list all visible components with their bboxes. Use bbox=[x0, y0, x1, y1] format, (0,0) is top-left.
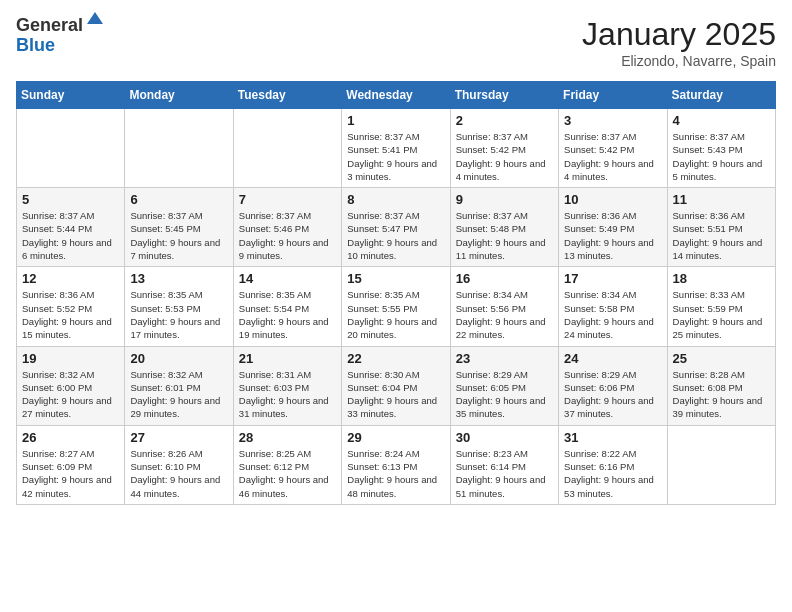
calendar-cell: 12Sunrise: 8:36 AM Sunset: 5:52 PM Dayli… bbox=[17, 267, 125, 346]
calendar-cell: 13Sunrise: 8:35 AM Sunset: 5:53 PM Dayli… bbox=[125, 267, 233, 346]
day-info: Sunrise: 8:32 AM Sunset: 6:00 PM Dayligh… bbox=[22, 368, 119, 421]
day-number: 4 bbox=[673, 113, 770, 128]
day-info: Sunrise: 8:35 AM Sunset: 5:53 PM Dayligh… bbox=[130, 288, 227, 341]
day-number: 23 bbox=[456, 351, 553, 366]
day-info: Sunrise: 8:37 AM Sunset: 5:42 PM Dayligh… bbox=[564, 130, 661, 183]
calendar-cell: 24Sunrise: 8:29 AM Sunset: 6:06 PM Dayli… bbox=[559, 346, 667, 425]
day-info: Sunrise: 8:29 AM Sunset: 6:05 PM Dayligh… bbox=[456, 368, 553, 421]
day-number: 13 bbox=[130, 271, 227, 286]
day-info: Sunrise: 8:32 AM Sunset: 6:01 PM Dayligh… bbox=[130, 368, 227, 421]
day-number: 14 bbox=[239, 271, 336, 286]
calendar-cell: 17Sunrise: 8:34 AM Sunset: 5:58 PM Dayli… bbox=[559, 267, 667, 346]
calendar-cell: 3Sunrise: 8:37 AM Sunset: 5:42 PM Daylig… bbox=[559, 109, 667, 188]
calendar-cell: 21Sunrise: 8:31 AM Sunset: 6:03 PM Dayli… bbox=[233, 346, 341, 425]
day-info: Sunrise: 8:36 AM Sunset: 5:51 PM Dayligh… bbox=[673, 209, 770, 262]
day-number: 11 bbox=[673, 192, 770, 207]
calendar-cell: 25Sunrise: 8:28 AM Sunset: 6:08 PM Dayli… bbox=[667, 346, 775, 425]
day-info: Sunrise: 8:26 AM Sunset: 6:10 PM Dayligh… bbox=[130, 447, 227, 500]
day-info: Sunrise: 8:35 AM Sunset: 5:54 PM Dayligh… bbox=[239, 288, 336, 341]
calendar-week-row: 26Sunrise: 8:27 AM Sunset: 6:09 PM Dayli… bbox=[17, 425, 776, 504]
calendar-cell bbox=[125, 109, 233, 188]
day-info: Sunrise: 8:34 AM Sunset: 5:56 PM Dayligh… bbox=[456, 288, 553, 341]
calendar-header-wednesday: Wednesday bbox=[342, 82, 450, 109]
month-title: January 2025 bbox=[582, 16, 776, 53]
calendar-cell: 28Sunrise: 8:25 AM Sunset: 6:12 PM Dayli… bbox=[233, 425, 341, 504]
calendar-cell: 19Sunrise: 8:32 AM Sunset: 6:00 PM Dayli… bbox=[17, 346, 125, 425]
calendar-cell: 29Sunrise: 8:24 AM Sunset: 6:13 PM Dayli… bbox=[342, 425, 450, 504]
calendar-cell: 16Sunrise: 8:34 AM Sunset: 5:56 PM Dayli… bbox=[450, 267, 558, 346]
calendar-cell: 4Sunrise: 8:37 AM Sunset: 5:43 PM Daylig… bbox=[667, 109, 775, 188]
day-info: Sunrise: 8:37 AM Sunset: 5:46 PM Dayligh… bbox=[239, 209, 336, 262]
logo: General Blue bbox=[16, 16, 105, 56]
day-number: 6 bbox=[130, 192, 227, 207]
calendar-cell: 27Sunrise: 8:26 AM Sunset: 6:10 PM Dayli… bbox=[125, 425, 233, 504]
calendar-cell: 7Sunrise: 8:37 AM Sunset: 5:46 PM Daylig… bbox=[233, 188, 341, 267]
day-number: 1 bbox=[347, 113, 444, 128]
day-info: Sunrise: 8:37 AM Sunset: 5:48 PM Dayligh… bbox=[456, 209, 553, 262]
day-number: 21 bbox=[239, 351, 336, 366]
day-info: Sunrise: 8:30 AM Sunset: 6:04 PM Dayligh… bbox=[347, 368, 444, 421]
calendar-cell: 2Sunrise: 8:37 AM Sunset: 5:42 PM Daylig… bbox=[450, 109, 558, 188]
day-info: Sunrise: 8:31 AM Sunset: 6:03 PM Dayligh… bbox=[239, 368, 336, 421]
title-block: January 2025 Elizondo, Navarre, Spain bbox=[582, 16, 776, 69]
calendar-cell: 8Sunrise: 8:37 AM Sunset: 5:47 PM Daylig… bbox=[342, 188, 450, 267]
calendar-cell: 30Sunrise: 8:23 AM Sunset: 6:14 PM Dayli… bbox=[450, 425, 558, 504]
day-number: 10 bbox=[564, 192, 661, 207]
calendar-header-monday: Monday bbox=[125, 82, 233, 109]
calendar-header-sunday: Sunday bbox=[17, 82, 125, 109]
day-number: 22 bbox=[347, 351, 444, 366]
logo-general: General bbox=[16, 16, 83, 36]
day-number: 24 bbox=[564, 351, 661, 366]
day-number: 25 bbox=[673, 351, 770, 366]
calendar-cell: 10Sunrise: 8:36 AM Sunset: 5:49 PM Dayli… bbox=[559, 188, 667, 267]
day-number: 18 bbox=[673, 271, 770, 286]
calendar-cell bbox=[17, 109, 125, 188]
calendar-header-thursday: Thursday bbox=[450, 82, 558, 109]
location: Elizondo, Navarre, Spain bbox=[582, 53, 776, 69]
day-info: Sunrise: 8:23 AM Sunset: 6:14 PM Dayligh… bbox=[456, 447, 553, 500]
day-number: 31 bbox=[564, 430, 661, 445]
calendar-cell: 5Sunrise: 8:37 AM Sunset: 5:44 PM Daylig… bbox=[17, 188, 125, 267]
logo-blue: Blue bbox=[16, 36, 83, 56]
day-number: 15 bbox=[347, 271, 444, 286]
day-info: Sunrise: 8:36 AM Sunset: 5:52 PM Dayligh… bbox=[22, 288, 119, 341]
calendar-cell bbox=[667, 425, 775, 504]
calendar-table: SundayMondayTuesdayWednesdayThursdayFrid… bbox=[16, 81, 776, 505]
day-info: Sunrise: 8:37 AM Sunset: 5:42 PM Dayligh… bbox=[456, 130, 553, 183]
day-number: 29 bbox=[347, 430, 444, 445]
day-info: Sunrise: 8:33 AM Sunset: 5:59 PM Dayligh… bbox=[673, 288, 770, 341]
day-info: Sunrise: 8:28 AM Sunset: 6:08 PM Dayligh… bbox=[673, 368, 770, 421]
day-info: Sunrise: 8:34 AM Sunset: 5:58 PM Dayligh… bbox=[564, 288, 661, 341]
day-number: 17 bbox=[564, 271, 661, 286]
day-info: Sunrise: 8:27 AM Sunset: 6:09 PM Dayligh… bbox=[22, 447, 119, 500]
day-number: 12 bbox=[22, 271, 119, 286]
day-number: 26 bbox=[22, 430, 119, 445]
calendar-week-row: 12Sunrise: 8:36 AM Sunset: 5:52 PM Dayli… bbox=[17, 267, 776, 346]
svg-marker-0 bbox=[87, 12, 103, 24]
calendar-header-saturday: Saturday bbox=[667, 82, 775, 109]
calendar-cell: 1Sunrise: 8:37 AM Sunset: 5:41 PM Daylig… bbox=[342, 109, 450, 188]
calendar-header-row: SundayMondayTuesdayWednesdayThursdayFrid… bbox=[17, 82, 776, 109]
logo-icon bbox=[85, 8, 105, 28]
calendar-cell: 15Sunrise: 8:35 AM Sunset: 5:55 PM Dayli… bbox=[342, 267, 450, 346]
calendar-cell: 14Sunrise: 8:35 AM Sunset: 5:54 PM Dayli… bbox=[233, 267, 341, 346]
day-info: Sunrise: 8:25 AM Sunset: 6:12 PM Dayligh… bbox=[239, 447, 336, 500]
calendar-header-tuesday: Tuesday bbox=[233, 82, 341, 109]
day-number: 16 bbox=[456, 271, 553, 286]
day-number: 9 bbox=[456, 192, 553, 207]
day-info: Sunrise: 8:29 AM Sunset: 6:06 PM Dayligh… bbox=[564, 368, 661, 421]
day-info: Sunrise: 8:36 AM Sunset: 5:49 PM Dayligh… bbox=[564, 209, 661, 262]
calendar-cell: 18Sunrise: 8:33 AM Sunset: 5:59 PM Dayli… bbox=[667, 267, 775, 346]
calendar-cell: 22Sunrise: 8:30 AM Sunset: 6:04 PM Dayli… bbox=[342, 346, 450, 425]
day-info: Sunrise: 8:24 AM Sunset: 6:13 PM Dayligh… bbox=[347, 447, 444, 500]
day-number: 8 bbox=[347, 192, 444, 207]
calendar-week-row: 5Sunrise: 8:37 AM Sunset: 5:44 PM Daylig… bbox=[17, 188, 776, 267]
day-info: Sunrise: 8:35 AM Sunset: 5:55 PM Dayligh… bbox=[347, 288, 444, 341]
day-info: Sunrise: 8:37 AM Sunset: 5:44 PM Dayligh… bbox=[22, 209, 119, 262]
day-info: Sunrise: 8:37 AM Sunset: 5:47 PM Dayligh… bbox=[347, 209, 444, 262]
calendar-cell: 20Sunrise: 8:32 AM Sunset: 6:01 PM Dayli… bbox=[125, 346, 233, 425]
day-number: 2 bbox=[456, 113, 553, 128]
day-info: Sunrise: 8:22 AM Sunset: 6:16 PM Dayligh… bbox=[564, 447, 661, 500]
calendar-cell bbox=[233, 109, 341, 188]
calendar-cell: 31Sunrise: 8:22 AM Sunset: 6:16 PM Dayli… bbox=[559, 425, 667, 504]
